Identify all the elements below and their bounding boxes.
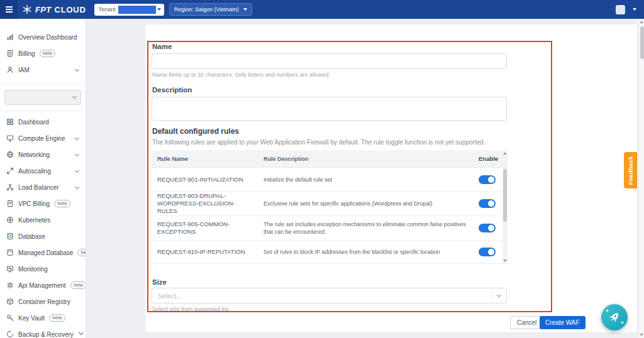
description-textarea[interactable] [152,97,507,121]
sidebar-item-label: Container Registry [18,298,70,305]
scroll-up-icon[interactable] [640,21,643,23]
database-icon [6,232,14,240]
scrollbar-thumb[interactable] [640,26,644,59]
feedback-label: Feedback [627,156,634,185]
sidebar-item-key-vault[interactable]: Key Vault beta [0,310,86,326]
chevron-down-icon [75,185,79,189]
rule-toggle[interactable] [479,248,496,256]
helm-wheel-icon [6,216,14,224]
scroll-down-icon[interactable] [503,259,507,262]
rule-name: REQUEST-910-IP-REPUTATION [152,248,258,256]
sidebar-item-networking[interactable]: Networking [0,146,86,163]
page-scrollbar[interactable] [638,19,644,338]
size-label: Size [152,278,167,286]
sidebar-item-managed-database[interactable]: Managed Database beta [0,244,86,261]
cube-icon [6,298,14,305]
project-selector-container [0,83,86,111]
beta-badge: beta [70,281,86,290]
chevron-down-icon [75,67,79,72]
sidebar-item-dashboard[interactable]: Dashboard [0,114,86,130]
sidebar-item-kubernetes[interactable]: Kubernetes [0,212,86,228]
name-input[interactable] [152,53,507,69]
rules-table: Rule Name Rule Description Enable REQUES… [152,150,508,264]
sidebar-item-label: Autoscaling [18,168,51,175]
database-icon [6,249,14,256]
logo-brand-text: FPT [35,5,51,14]
rule-toggle[interactable] [479,175,496,184]
globe-icon [6,151,14,158]
fpt-cloud-logo: FPT CLOUD [22,4,86,14]
sidebar-item-monitoring[interactable]: Monitoring [0,261,86,277]
sidebar-item-vpc-billing[interactable]: VPC Billing beta [0,195,86,212]
gear-icon [6,281,14,289]
sidebar-item-autoscaling[interactable]: Autoscaling [0,163,86,179]
sidebar-item-compute-engine[interactable]: Compute Engine [0,130,86,146]
invoice-icon [6,200,14,207]
column-header-rule-name: Rule Name [152,155,258,163]
ai-assistant-button[interactable] [601,304,628,330]
sidebar-item-billing[interactable]: Billing beta [0,45,86,62]
sidebar-item-label: Overview Dashboard [18,34,77,41]
size-select[interactable]: Select... [152,288,507,303]
sidebar-item-iam[interactable]: IAM [0,62,86,78]
name-helper: Name limits up to 32 characters. Only le… [152,72,330,78]
beta-badge: beta [49,314,65,322]
menu-toggle[interactable] [0,0,18,19]
sidebar-top-group: Overview Dashboard Billing beta IAM [0,29,86,78]
column-header-enable: Enable [472,155,502,162]
rules-description: The following rules are applied to your … [152,139,485,146]
rule-description: Exclusive rule sets for specific applica… [258,200,472,207]
rule-description: Set of rules to block IP addresses from … [258,248,472,256]
sidebar-item-label: Load Balancer [18,184,59,191]
avatar [616,5,625,14]
sidebar-item-label: Dashboard [18,119,49,126]
sidebar-item-backup-recovery[interactable]: Backup & Recovery [0,326,86,338]
scrollbar-thumb[interactable] [503,169,507,222]
feedback-tab[interactable]: Feedback [624,152,637,188]
fpt-logo-icon [22,4,32,14]
create-waf-button[interactable]: Create WAF [540,316,586,329]
scale-arrows-icon [6,167,14,175]
scroll-up-icon[interactable] [503,152,507,155]
tenant-label: Tenant [99,6,116,13]
sidebar-item-api-management[interactable]: Api Management beta [0,277,86,293]
rule-name: REQUEST-901-INITIALIZATION [152,176,258,183]
user-menu[interactable] [616,0,636,19]
pulse-monitor-icon [6,265,14,273]
monitor-icon [6,134,14,142]
select-caret-box [491,288,506,303]
rule-description: Initialize the default rule set [258,176,472,183]
region-dropdown[interactable]: Region: Saigon (Vietnam) [169,3,252,16]
logo-product-text: CLOUD [54,5,86,14]
sidebar-item-label: Backup & Recovery [18,331,74,338]
invoice-icon [6,50,14,57]
chevron-down-icon [633,8,636,11]
chevron-down-icon [497,293,501,297]
name-label: Name [152,43,172,50]
sidebar-item-label: Monitoring [18,266,48,273]
sidebar-item-load-balancer[interactable]: Load Balancer [0,179,86,195]
sidebar-item-database[interactable]: Database [0,228,86,244]
project-selector[interactable] [4,90,81,105]
grid-icon [6,118,14,126]
size-helper: Select size from suggested list [152,306,229,312]
scroll-down-icon[interactable] [640,334,643,336]
size-placeholder: Select... [152,292,491,300]
rule-description: The rule set includes exception mechanis… [258,221,472,236]
sparkle-icon [621,321,624,324]
beta-badge: beta [40,50,56,58]
topbar: FPT CLOUD Tenant Region: Saigon (Vietnam… [0,0,644,19]
tenant-dropdown[interactable]: Tenant [94,4,164,16]
sidebar: Overview Dashboard Billing beta IAM Dash… [0,19,86,338]
sidebar-main-group: Dashboard Compute Engine Networking Auto… [0,114,86,338]
sidebar-item-container-registry[interactable]: Container Registry [0,293,86,310]
rule-toggle[interactable] [479,199,496,208]
cancel-button[interactable]: Cancel [510,316,543,329]
table-scrollbar[interactable] [502,150,508,264]
sidebar-item-label: IAM [18,67,30,74]
rule-name: REQUEST-903-DRUPAL-WORDPRESS-EXCLUSION-R… [152,192,258,215]
rule-toggle[interactable] [479,224,496,232]
tenant-selected-highlight [118,6,156,14]
chevron-down-icon [75,136,79,140]
sidebar-item-overview-dashboard[interactable]: Overview Dashboard [0,29,86,45]
